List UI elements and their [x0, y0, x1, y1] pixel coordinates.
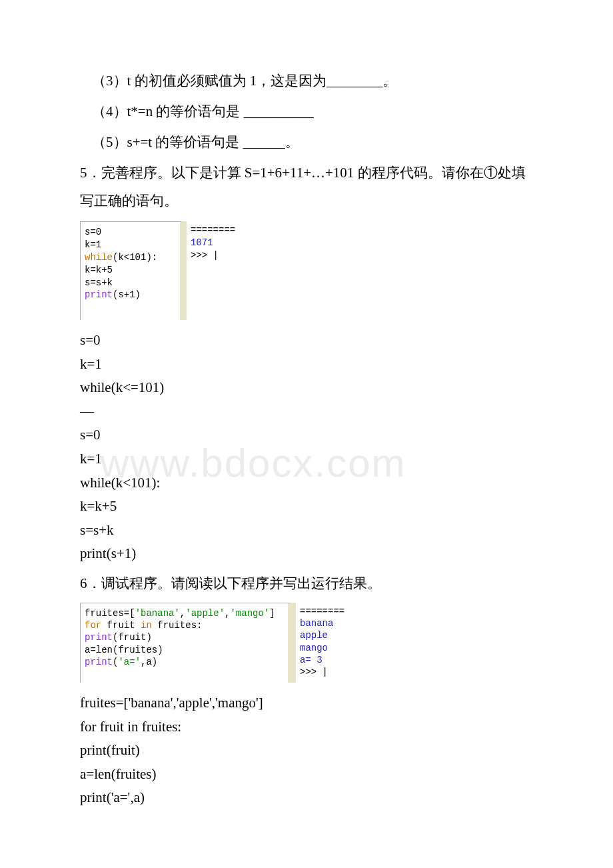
code-line: for fruit in fruites: [85, 619, 284, 631]
plain-code-line: k=k+5 [80, 495, 533, 518]
plain-code-line: k=1 [80, 448, 533, 471]
output-line: a= 3 [300, 654, 361, 666]
output-sep: ======== [191, 224, 259, 237]
plain-code-line: while(k<101): [80, 472, 533, 495]
ide-code-pane-2: fruites=['banana','apple','mango'] for f… [80, 603, 292, 683]
code-line: fruites=['banana','apple','mango'] [85, 607, 284, 619]
plain-code-line: a=len(fruites) [80, 763, 533, 786]
plain-code-line: — [80, 401, 533, 423]
code-line: k=k+5 [85, 264, 176, 277]
output-prompt: >>> | [191, 249, 259, 262]
plain-code-line: while(k<=101) [80, 377, 533, 399]
code-line: k=1 [85, 239, 176, 251]
output-sep: ======== [300, 605, 361, 617]
problem-5: 5．完善程序。以下是计算 S=1+6+11+…+101 的程序代码。请你在①处填… [80, 159, 533, 215]
ide-output-pane-1: ======== 1071 >>> | [183, 221, 263, 320]
code-line: while(k<101): [85, 251, 176, 264]
plain-code-line: fruites=['banana','apple','mango'] [80, 692, 533, 715]
plain-code-line: s=s+k [80, 519, 533, 542]
question-5: （5）s+=t 的等价语句是 ______。 [80, 128, 533, 156]
output-prompt: >>> | [300, 666, 361, 678]
code-line: print(fruit) [85, 631, 284, 643]
output-line: banana [300, 617, 361, 629]
plain-code-line: print('a=',a) [80, 787, 533, 809]
code-line: a=len(fruites) [85, 644, 284, 656]
ide-code-pane-1: s=0 k=1 while(k<101): k=k+5 s=s+k print(… [80, 221, 183, 320]
document-content: （3）t 的初值必须赋值为 1，这是因为________。 （4）t*=n 的等… [80, 67, 533, 809]
question-3: （3）t 的初值必须赋值为 1，这是因为________。 [80, 67, 533, 95]
ide-output-pane-2: ======== banana apple mango a= 3 >>> | [292, 603, 365, 683]
output-line: apple [300, 629, 361, 641]
plain-code-line: s=0 [80, 424, 533, 447]
ide-screenshot-1: s=0 k=1 while(k<101): k=k+5 s=s+k print(… [80, 221, 533, 320]
plain-code-line: print(s+1) [80, 543, 533, 565]
code-line: print(s+1) [85, 289, 176, 301]
plain-code-line: for fruit in fruites: [80, 716, 533, 739]
plain-code-line: print(fruit) [80, 739, 533, 762]
ide-screenshot-2: fruites=['banana','apple','mango'] for f… [80, 603, 533, 683]
code-line: print('a=',a) [85, 656, 284, 668]
code-line: s=s+k [85, 277, 176, 289]
plain-code-line: k=1 [80, 353, 533, 376]
output-value: 1071 [191, 237, 259, 249]
code-line: s=0 [85, 226, 176, 239]
plain-code-line: s=0 [80, 329, 533, 352]
output-line: mango [300, 642, 361, 654]
problem-6: 6．调试程序。请阅读以下程序并写出运行结果。 [80, 569, 533, 597]
question-4: （4）t*=n 的等价语句是 __________ [80, 97, 533, 125]
